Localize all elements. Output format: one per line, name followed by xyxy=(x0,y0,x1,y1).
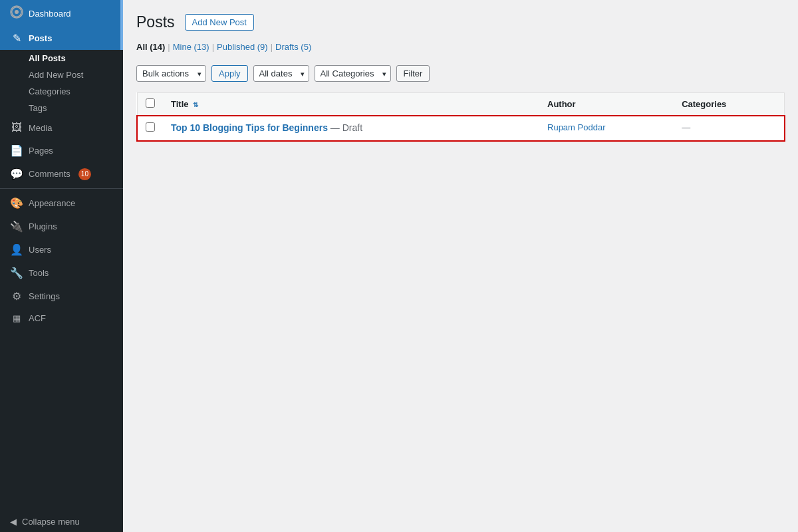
all-categories-select[interactable]: All Categories xyxy=(315,65,391,82)
row-title-cell: Top 10 Blogging Tips for Beginners — Dra… xyxy=(163,116,539,141)
add-new-post-sub-label: Add New Post xyxy=(29,70,83,80)
pages-icon: 📄 xyxy=(10,144,23,157)
sidebar-item-media-label: Media xyxy=(29,123,52,133)
sidebar-item-tools-label: Tools xyxy=(29,268,49,278)
sidebar-item-users[interactable]: 👤 Users xyxy=(0,238,123,261)
col-author-label: Author xyxy=(547,99,576,109)
sidebar-sub-add-new-post[interactable]: Add New Post xyxy=(0,66,123,83)
categories-value: — xyxy=(682,122,690,132)
collapse-icon: ◀ xyxy=(10,517,17,527)
sidebar-sub-tags[interactable]: Tags xyxy=(0,100,123,116)
filter-button[interactable]: Filter xyxy=(396,65,430,82)
users-icon: 👤 xyxy=(10,243,23,256)
posts-subnav: All (14) | Mine (13) | Published (9) | D… xyxy=(136,42,785,52)
author-link[interactable]: Rupam Poddar xyxy=(547,122,605,132)
plugins-icon: 🔌 xyxy=(10,220,23,233)
post-title-link[interactable]: Top 10 Blogging Tips for Beginners — Dra… xyxy=(171,122,362,133)
col-author: Author xyxy=(539,93,674,116)
subnav-sep-3: | xyxy=(271,42,273,52)
sidebar-item-comments[interactable]: 💬 Comments 10 xyxy=(0,162,123,186)
sidebar-item-tools[interactable]: 🔧 Tools xyxy=(0,261,123,285)
subnav-published[interactable]: Published (9) xyxy=(217,42,268,52)
categories-sub-label: Categories xyxy=(29,86,70,96)
subnav-drafts[interactable]: Drafts (5) xyxy=(275,42,311,52)
all-posts-label: All Posts xyxy=(29,53,66,63)
all-dates-select[interactable]: All dates xyxy=(253,65,309,82)
main-content: Posts Add New Post All (14) | Mine (13) … xyxy=(123,0,798,532)
sidebar-item-media[interactable]: 🖼 Media xyxy=(0,116,123,139)
comments-badge: 10 xyxy=(78,168,91,180)
sidebar-item-dashboard[interactable]: Dashboard xyxy=(0,0,123,27)
row-author-cell: Rupam Poddar xyxy=(539,116,674,141)
sidebar-item-comments-label: Comments xyxy=(29,169,70,179)
post-status: — Draft xyxy=(331,122,362,133)
sidebar-item-settings[interactable]: ⚙ Settings xyxy=(0,285,123,308)
all-categories-wrapper: All Categories xyxy=(315,65,391,82)
sidebar-item-pages-label: Pages xyxy=(29,146,53,156)
sidebar-item-posts[interactable]: ✎ Posts xyxy=(0,27,123,50)
row-checkbox[interactable] xyxy=(146,122,155,132)
tools-icon: 🔧 xyxy=(10,267,23,279)
collapse-menu-label: Collapse menu xyxy=(22,517,80,527)
sidebar-item-settings-label: Settings xyxy=(29,291,60,301)
page-title: Posts xyxy=(136,13,175,31)
posts-toolbar: Bulk actions Apply All dates All Categor… xyxy=(136,63,785,84)
tags-sub-label: Tags xyxy=(29,103,47,113)
bulk-actions-select[interactable]: Bulk actions xyxy=(136,65,206,82)
svg-point-1 xyxy=(15,10,19,14)
col-title[interactable]: Title ⇅ xyxy=(163,93,539,116)
posts-table: Title ⇅ Author Categories xyxy=(136,92,785,141)
sidebar-divider-1 xyxy=(0,188,123,189)
col-title-label: Title xyxy=(171,99,189,109)
sidebar-item-posts-label: Posts xyxy=(29,33,52,43)
table-header-row: Title ⇅ Author Categories xyxy=(137,93,785,116)
all-dates-wrapper: All dates xyxy=(253,65,309,82)
acf-icon: ▦ xyxy=(10,313,23,323)
subnav-all[interactable]: All (14) xyxy=(136,42,165,52)
row-checkbox-cell xyxy=(137,116,163,141)
sidebar-item-pages[interactable]: 📄 Pages xyxy=(0,139,123,162)
post-title-text: Top 10 Blogging Tips for Beginners xyxy=(171,122,328,133)
col-checkbox xyxy=(137,93,163,116)
subnav-sep-2: | xyxy=(212,42,214,52)
dashboard-icon xyxy=(10,5,23,21)
sidebar-item-appearance-label: Appearance xyxy=(29,198,75,208)
sidebar-item-plugins-label: Plugins xyxy=(29,221,57,231)
media-icon: 🖼 xyxy=(10,122,23,134)
col-categories: Categories xyxy=(674,93,784,116)
subnav-sep-1: | xyxy=(168,42,170,52)
col-categories-label: Categories xyxy=(682,99,726,109)
collapse-menu-button[interactable]: ◀ Collapse menu xyxy=(0,511,123,532)
sidebar-item-acf[interactable]: ▦ ACF xyxy=(0,308,123,329)
sidebar-item-plugins[interactable]: 🔌 Plugins xyxy=(0,215,123,238)
table-row: Top 10 Blogging Tips for Beginners — Dra… xyxy=(137,116,785,141)
sidebar-item-dashboard-label: Dashboard xyxy=(29,9,71,19)
comments-icon: 💬 xyxy=(10,168,23,180)
posts-icon: ✎ xyxy=(10,32,23,45)
apply-button[interactable]: Apply xyxy=(211,65,248,82)
sidebar: Dashboard ✎ Posts All Posts Add New Post… xyxy=(0,0,123,532)
sidebar-sub-all-posts[interactable]: All Posts xyxy=(0,50,123,66)
appearance-icon: 🎨 xyxy=(10,197,23,209)
bulk-actions-wrapper: Bulk actions xyxy=(136,65,206,82)
sidebar-sub-categories[interactable]: Categories xyxy=(0,83,123,100)
page-header: Posts Add New Post xyxy=(136,13,785,31)
sidebar-item-users-label: Users xyxy=(29,245,51,255)
sidebar-item-appearance[interactable]: 🎨 Appearance xyxy=(0,192,123,215)
settings-icon: ⚙ xyxy=(10,290,23,303)
row-categories-cell: — xyxy=(674,116,784,141)
sort-icon: ⇅ xyxy=(193,101,198,108)
add-new-post-button[interactable]: Add New Post xyxy=(185,14,254,31)
subnav-mine[interactable]: Mine (13) xyxy=(173,42,209,52)
sidebar-item-acf-label: ACF xyxy=(29,313,46,323)
select-all-checkbox[interactable] xyxy=(146,98,155,108)
